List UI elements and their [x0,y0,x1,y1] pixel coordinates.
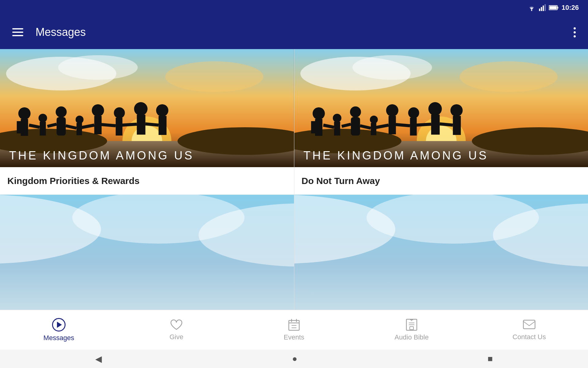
recent-button[interactable]: ■ [488,354,493,364]
svg-point-28 [114,107,125,118]
svg-point-64 [428,102,442,116]
nav-item-give[interactable]: Give [118,319,235,341]
svg-line-74 [439,124,453,125]
nav-item-messages[interactable]: Messages [0,318,118,342]
nav-item-audio-bible[interactable]: Audio Bible [353,319,470,341]
message-card-2[interactable]: THE KINGDOM AMONG US Do Not Turn Away [294,49,588,195]
svg-rect-65 [431,115,439,135]
svg-point-11 [165,61,263,92]
svg-rect-55 [334,122,340,136]
play-triangle [57,322,62,328]
page-title: Messages [36,26,561,39]
events-icon [288,319,300,331]
svg-rect-31 [137,115,145,135]
signal-icon [539,4,546,11]
svg-point-56 [350,106,361,117]
thumbnail-1: THE KINGDOM AMONG US [0,49,294,167]
svg-point-51 [312,107,325,120]
svg-point-0 [531,10,532,11]
status-bar: 10:26 [0,0,588,15]
svg-rect-96 [523,320,535,329]
svg-rect-52 [315,119,322,136]
more-options-icon[interactable] [574,27,576,37]
svg-rect-25 [77,123,82,135]
nav-item-contact-us[interactable]: Contact Us [470,319,588,341]
svg-point-45 [459,61,557,92]
svg-rect-23 [57,117,66,136]
svg-point-60 [386,104,398,117]
card-title-2: Do Not Turn Away [294,167,588,195]
system-nav-bar: ◀ ● ■ [0,350,588,368]
svg-line-73 [416,124,431,125]
home-button[interactable]: ● [292,354,297,364]
give-icon [170,319,183,331]
svg-point-32 [156,104,168,117]
grid-row-2-partial [0,195,588,310]
battery-icon [549,5,559,10]
svg-point-58 [370,116,378,124]
partial-thumb-1[interactable] [0,195,294,310]
hamburger-menu-icon[interactable] [12,28,23,36]
partial-thumbnail-image-2 [294,195,588,310]
svg-text:THE KINGDOM AMONG US: THE KINGDOM AMONG US [303,149,488,162]
svg-point-17 [18,107,31,120]
svg-rect-93 [410,327,413,330]
svg-point-10 [58,55,138,80]
thumbnail-image-1: THE KINGDOM AMONG US [0,49,294,167]
svg-line-38 [101,125,116,126]
svg-point-20 [39,114,47,122]
svg-line-39 [122,124,137,125]
nav-label-contact-us: Contact Us [513,333,546,341]
svg-line-40 [145,124,159,125]
nav-label-messages: Messages [43,334,74,342]
svg-rect-63 [410,118,417,136]
svg-line-35 [47,124,57,126]
svg-line-69 [341,124,351,126]
svg-rect-59 [371,123,376,135]
message-card-1[interactable]: THE KINGDOM AMONG US Kingdom Priorities … [0,49,294,195]
svg-rect-4 [545,4,546,11]
messages-icon [52,318,66,332]
nav-label-audio-bible: Audio Bible [394,333,428,341]
svg-line-68 [323,125,334,127]
svg-rect-27 [94,116,102,134]
svg-rect-21 [40,122,46,136]
svg-rect-1 [539,9,540,11]
svg-rect-67 [453,116,461,135]
nav-label-give: Give [169,333,183,341]
svg-rect-61 [388,116,396,134]
svg-rect-3 [543,6,544,11]
svg-point-24 [76,116,84,124]
partial-thumbnail-image-1 [0,195,294,310]
svg-point-26 [92,104,104,117]
svg-point-54 [333,114,341,122]
audio-bible-icon [406,319,417,331]
svg-line-72 [395,125,410,126]
thumbnail-image-2: THE KINGDOM AMONG US [294,49,588,167]
svg-point-62 [408,107,419,118]
svg-rect-7 [557,7,558,9]
svg-rect-57 [351,117,360,136]
bottom-nav: Messages Give Events Audio Bible [0,310,588,350]
svg-point-30 [134,102,148,116]
svg-rect-29 [116,118,123,136]
app-bar: Messages [0,15,588,49]
svg-line-34 [29,125,40,127]
svg-rect-53 [311,121,315,133]
grid-row-1: THE KINGDOM AMONG US Kingdom Priorities … [0,49,588,195]
svg-point-44 [352,55,432,80]
nav-item-events[interactable]: Events [235,319,353,341]
svg-rect-33 [159,116,167,135]
status-icons: 10:26 [527,4,579,12]
wifi-icon [527,4,536,11]
status-time: 10:26 [562,4,579,12]
card-title-1: Kingdom Priorities & Rewards [0,167,294,195]
back-button[interactable]: ◀ [95,354,102,364]
partial-thumb-2[interactable] [294,195,588,310]
svg-rect-2 [541,7,542,11]
svg-point-66 [450,104,462,117]
content-area: THE KINGDOM AMONG US Kingdom Priorities … [0,49,588,310]
nav-label-events: Events [284,333,304,341]
svg-point-22 [56,106,67,117]
thumbnail-2: THE KINGDOM AMONG US [294,49,588,167]
